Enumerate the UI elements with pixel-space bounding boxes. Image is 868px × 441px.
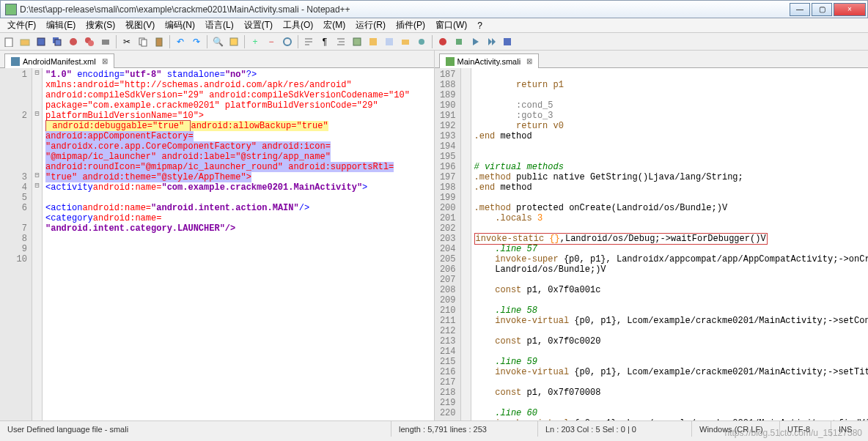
close-button[interactable]: × [834,3,866,16]
tab-label: MainActivity.smali [457,57,521,66]
svg-rect-0 [5,38,12,47]
svg-rect-2 [37,38,45,45]
tool-play-icon[interactable] [468,34,482,49]
svg-rect-14 [353,38,361,45]
tool-find-icon[interactable]: 🔍 [210,34,225,49]
tab-close-icon[interactable]: ⊠ [102,57,108,65]
tool-monitor-icon[interactable] [414,34,429,49]
tab-mainactivity[interactable]: MainActivity.smali ⊠ [439,53,540,68]
tool-wrap-icon[interactable] [301,34,316,49]
tool-zoomin-icon[interactable]: + [248,34,262,49]
tool-print-icon[interactable] [98,34,113,49]
tool-zoomout-icon[interactable]: − [264,34,279,49]
svg-point-19 [439,38,446,45]
tool-paste-icon[interactable] [152,34,166,49]
menu-settings[interactable]: 设置(T) [240,18,277,33]
right-editor[interactable]: 1871881891901911921931941951961971981992… [435,68,869,420]
menu-encoding[interactable]: 编码(N) [161,18,199,33]
svg-rect-20 [456,39,462,45]
tool-sync-icon[interactable] [280,34,295,49]
tool-open-icon[interactable] [18,34,32,49]
svg-rect-21 [504,38,511,45]
svg-rect-8 [102,40,109,45]
menu-file[interactable]: 文件(F) [3,18,40,33]
menu-edit[interactable]: 编辑(E) [42,18,80,33]
svg-rect-17 [402,40,409,45]
tool-saverec-icon[interactable] [500,34,515,49]
watermark: https://blog.51cto.com/u_15127580 [725,428,862,438]
maximize-button[interactable]: ▢ [812,3,832,16]
status-language: User Defined language file - smali [0,421,391,437]
svg-point-13 [284,38,291,45]
status-length: length : 5,791 lines : 253 [391,421,538,437]
menu-run[interactable]: 运行(R) [351,18,390,33]
left-editor[interactable]: 1 2 3456 78910 ⊟ ⊟ ⊟⊟ "1.0" encoding="ut… [0,68,434,420]
tool-playall-icon[interactable] [484,34,499,49]
window-titlebar: D:\test\app-release\smali\com\example\cr… [0,0,868,18]
svg-rect-15 [369,38,377,45]
file-icon [446,57,455,66]
svg-rect-10 [141,40,147,46]
svg-rect-4 [55,40,61,45]
tool-saveall-icon[interactable] [50,34,65,49]
menu-search[interactable]: 搜索(S) [81,18,119,33]
svg-rect-11 [156,38,162,46]
tool-indent-icon[interactable] [334,34,348,49]
menu-macro[interactable]: 宏(M) [319,18,350,33]
tab-close-icon[interactable]: ⊠ [526,57,532,65]
window-title: D:\test\app-release\smali\com\example\cr… [20,4,790,15]
menu-view[interactable]: 视图(V) [121,18,159,33]
tool-stop-icon[interactable] [452,34,466,49]
toolbar: ✂ ↶ ↷ 🔍 + − ¶ [0,33,868,51]
tool-close-icon[interactable] [66,34,81,49]
file-icon [11,57,20,66]
svg-rect-16 [386,38,393,45]
svg-rect-1 [21,40,29,45]
menu-plugins[interactable]: 插件(P) [391,18,430,33]
tool-showchars-icon[interactable]: ¶ [317,34,332,49]
tab-androidmanifest[interactable]: AndroidManifest.xml ⊠ [4,53,114,68]
menu-bar: 文件(F) 编辑(E) 搜索(S) 视图(V) 编码(N) 语言(L) 设置(T… [0,18,868,33]
tool-funclist-icon[interactable] [382,34,397,49]
tool-folder-icon[interactable] [398,34,413,49]
tool-docmap-icon[interactable] [366,34,380,49]
status-position: Ln : 203 Col : 5 Sel : 0 | 0 [538,421,692,437]
left-pane: AndroidManifest.xml ⊠ 1 2 3456 78910 ⊟ ⊟… [0,51,435,420]
menu-language[interactable]: 语言(L) [201,18,238,33]
tool-closeall-icon[interactable] [82,34,97,49]
app-icon [5,4,17,15]
tool-userlang-icon[interactable] [350,34,364,49]
svg-point-7 [88,40,94,46]
svg-rect-12 [230,38,238,45]
menu-tools[interactable]: 工具(O) [279,18,317,33]
svg-point-5 [70,38,77,45]
tool-new-icon[interactable] [1,34,16,49]
tool-save-icon[interactable] [34,34,48,49]
right-pane: MainActivity.smali ⊠ 1871881891901911921… [435,51,869,420]
menu-help[interactable]: ? [473,19,487,32]
tool-copy-icon[interactable] [136,34,150,49]
tool-undo-icon[interactable]: ↶ [173,34,188,49]
tool-redo-icon[interactable]: ↷ [189,34,204,49]
tool-record-icon[interactable] [435,34,450,49]
svg-point-18 [419,39,424,45]
tab-label: AndroidManifest.xml [23,57,96,66]
menu-window[interactable]: 窗口(W) [431,18,471,33]
tool-cut-icon[interactable]: ✂ [119,34,134,49]
minimize-button[interactable]: — [790,3,810,16]
tool-replace-icon[interactable] [227,34,241,49]
